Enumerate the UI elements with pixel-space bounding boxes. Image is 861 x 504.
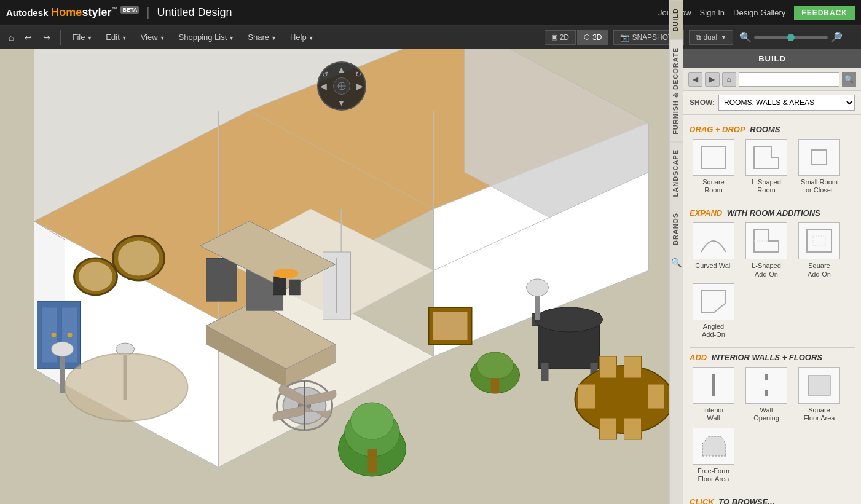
- small-room-card[interactable]: Small Roomor Closet: [795, 139, 843, 194]
- l-shaped-room-card[interactable]: L-ShapedRoom: [742, 139, 790, 194]
- interior-wall-card[interactable]: InteriorWall: [690, 367, 737, 422]
- zoom-slider[interactable]: [754, 36, 828, 39]
- zoom-out-button[interactable]: 🔍: [739, 31, 752, 43]
- share-menu[interactable]: Share▼: [243, 30, 281, 44]
- l-shaped-room-icon: [745, 139, 787, 176]
- 3d-viewport[interactable]: ↺ ↻ ▲ ▼ ◀ ▶: [0, 49, 683, 504]
- svg-marker-82: [702, 436, 726, 456]
- right-panel: BUILD ◀ ▶ ⌂ 🔍 SHOW: ROOMS, WALLS & AREAS…: [683, 49, 861, 504]
- view-3d-button[interactable]: ⬡ 3D: [577, 30, 608, 45]
- nav-home-button[interactable]: ⌂: [722, 72, 736, 87]
- help-menu[interactable]: Help▼: [285, 30, 319, 44]
- panel-navigation: ◀ ▶ ⌂ 🔍: [683, 68, 861, 91]
- redo-button[interactable]: ↪: [39, 30, 54, 45]
- expand-section-header: EXPAND WITH ROOM ADDITIONS: [690, 208, 855, 218]
- square-floor-card[interactable]: SquareFloor Area: [795, 367, 843, 422]
- interior-walls-section-header: ADD INTERIOR WALLS + FLOORS: [690, 353, 855, 362]
- svg-rect-52: [541, 363, 549, 381]
- floor-plan-svg: [0, 49, 683, 504]
- feedback-button[interactable]: FEEDBACK: [794, 6, 855, 20]
- design-gallery-link[interactable]: Design Gallery: [733, 8, 785, 17]
- drag-drop-section-header: DRAG + DROP ROOMS: [690, 125, 855, 134]
- fullscreen-button[interactable]: ⛶: [846, 32, 856, 43]
- view-toggle-group: ▣ 2D ⬡ 3D 📷 SNAPSHOTS ⧉ dual ▼ 🔍 🔎 ⛶: [545, 30, 856, 45]
- wall-opening-label: WallOpening: [753, 406, 779, 422]
- camera-icon: 📷: [620, 33, 629, 42]
- build-tab[interactable]: BUILD: [670, 0, 683, 39]
- freeform-floor-card[interactable]: Free-FormFloor Area: [690, 428, 737, 483]
- rotate-right-button[interactable]: ↻: [355, 70, 361, 79]
- styler-text: styler: [82, 6, 111, 18]
- curved-wall-card[interactable]: Curved Wall: [690, 222, 737, 278]
- nav-left-button[interactable]: ◀: [320, 81, 327, 91]
- nav-down-button[interactable]: ▼: [337, 98, 346, 108]
- svg-point-27: [52, 342, 74, 356]
- 3d-icon: ⬡: [584, 33, 590, 41]
- svg-point-54: [535, 307, 603, 332]
- top-navigation: Autodesk Homestyler™ BETA | Untitled Des…: [0, 0, 861, 26]
- show-select[interactable]: ROOMS, WALLS & AREAS EVERYTHING ROOMS ON…: [718, 95, 855, 111]
- curved-wall-icon: [693, 222, 734, 259]
- file-menu[interactable]: File▼: [67, 30, 97, 44]
- zoom-control: 🔍 🔎: [739, 31, 843, 43]
- rotate-left-button[interactable]: ↺: [322, 70, 328, 79]
- square-addon-icon: [798, 222, 840, 259]
- nav-back-button[interactable]: ◀: [688, 72, 702, 87]
- square-room-card[interactable]: SquareRoom: [690, 139, 737, 194]
- svg-rect-34: [206, 258, 237, 301]
- compass-icon: [337, 81, 347, 91]
- search-tab-icon[interactable]: 🔍: [671, 258, 682, 267]
- dual-view-button[interactable]: ⧉ dual ▼: [689, 30, 733, 45]
- furnish-decorate-tab[interactable]: FURNISH & DECORATE: [670, 39, 683, 142]
- beta-badge: BETA: [120, 6, 139, 14]
- view-2d-button[interactable]: ▣ 2D: [545, 30, 576, 45]
- square-room-label: SquareRoom: [702, 178, 724, 194]
- l-shaped-addon-card[interactable]: L-ShapedAdd-On: [742, 222, 790, 278]
- small-room-icon: [798, 139, 840, 176]
- angled-addon-card[interactable]: AngledAdd-On: [690, 283, 737, 339]
- svg-point-68: [477, 352, 514, 379]
- svg-marker-71: [754, 146, 779, 168]
- landscape-tab[interactable]: LANDSCAPE: [670, 141, 683, 204]
- home-text: Home: [51, 6, 82, 18]
- svg-rect-75: [807, 230, 832, 252]
- undo-button[interactable]: ↩: [21, 30, 36, 45]
- panel-search-input[interactable]: [739, 72, 839, 87]
- navigation-controller[interactable]: ↺ ↻ ▲ ▼ ◀ ▶: [317, 61, 366, 111]
- app-logo: Autodesk Homestyler™ BETA: [6, 6, 139, 19]
- show-label: SHOW:: [690, 98, 715, 107]
- design-title: Untitled Design: [157, 6, 232, 19]
- interior-wall-icon: [693, 367, 734, 404]
- top-right-links: Join Now Sign In Design Gallery FEEDBACK: [658, 6, 855, 20]
- svg-rect-72: [812, 150, 827, 165]
- panel-header[interactable]: BUILD: [683, 49, 861, 68]
- l-shaped-addon-label: L-ShapedAdd-On: [752, 262, 781, 278]
- square-floor-label: SquareFloor Area: [804, 406, 835, 422]
- home-button[interactable]: ⌂: [5, 30, 17, 45]
- section-divider-1: [690, 203, 855, 203]
- nav-up-button[interactable]: ▲: [337, 65, 346, 74]
- svg-rect-59: [624, 356, 642, 378]
- nav-center[interactable]: [333, 77, 350, 95]
- svg-point-41: [274, 269, 299, 278]
- nav-right-button[interactable]: ▶: [356, 81, 363, 91]
- sign-in-link[interactable]: Sign In: [700, 8, 725, 17]
- wall-opening-card[interactable]: WallOpening: [742, 367, 790, 422]
- shopping-list-menu[interactable]: Shopping List▼: [174, 30, 240, 44]
- freeform-floor-label: Free-FormFloor Area: [698, 467, 729, 483]
- brands-tab[interactable]: BRANDS: [670, 205, 683, 253]
- layers-icon: ⧉: [696, 33, 701, 42]
- panel-search-button[interactable]: 🔍: [842, 72, 856, 87]
- edit-menu[interactable]: Edit▼: [101, 30, 132, 44]
- zoom-in-button[interactable]: 🔎: [830, 31, 843, 43]
- small-room-label: Small Roomor Closet: [801, 178, 838, 194]
- svg-rect-49: [368, 449, 377, 473]
- svg-rect-70: [701, 146, 726, 168]
- side-tabs: BUILD FURNISH & DECORATE LANDSCAPE BRAND…: [669, 0, 683, 504]
- square-addon-card[interactable]: SquareAdd-On: [795, 222, 843, 278]
- nav-forward-button[interactable]: ▶: [705, 72, 719, 87]
- svg-point-25: [68, 333, 73, 337]
- view-menu[interactable]: View▼: [136, 30, 170, 44]
- section-divider-2: [690, 347, 855, 348]
- browse-section-header: CLICK TO BROWSE...: [690, 497, 855, 504]
